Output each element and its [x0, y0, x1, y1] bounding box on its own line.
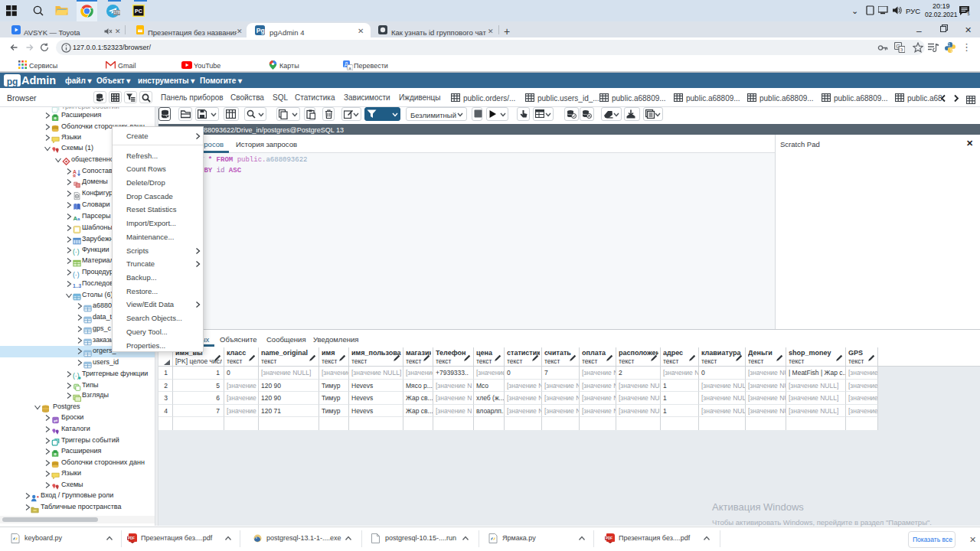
svg-text:⇄: ⇄ — [54, 417, 58, 422]
svg-text:(·): (·) — [73, 248, 80, 256]
svg-text:a: a — [77, 217, 80, 221]
svg-text:5: 5 — [968, 11, 970, 16]
svg-text:PDF: PDF — [128, 536, 135, 540]
svg-text:PDF: PDF — [606, 536, 612, 540]
svg-text:1..3: 1..3 — [73, 283, 81, 289]
svg-text:PC: PC — [135, 8, 142, 14]
svg-text:(·): (·) — [73, 271, 80, 279]
svg-text:Pg: Pg — [256, 27, 265, 34]
svg-text:я: я — [73, 173, 76, 178]
